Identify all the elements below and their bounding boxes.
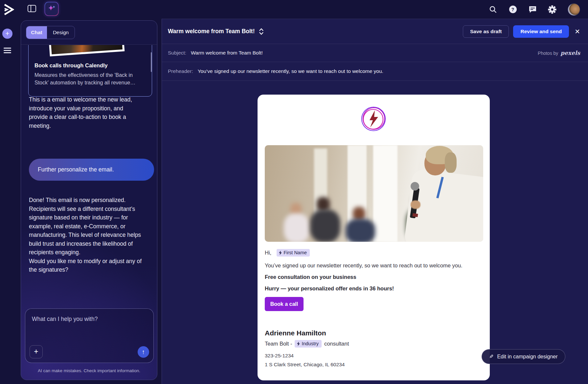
panel-toggle-icon[interactable] [28,5,36,12]
sparkle-icon [47,5,56,13]
automation-thumbnail [48,45,125,56]
user-avatar[interactable] [568,3,580,16]
preheader-value: You’ve signed up our newsletter recently… [198,68,383,74]
hamburger-menu-icon[interactable] [4,48,11,53]
assistant-message: This is a email to welcome the new lead,… [29,95,139,130]
bolt-icon [279,251,282,255]
preheader-row[interactable]: Preheader: You’ve signed up our newslett… [162,62,588,81]
signature-name: Adrienne Hamilton [265,329,326,337]
pexels-logo: pexels [560,50,580,56]
chat-design-tab-group: Chat Design [26,26,75,39]
search-icon[interactable] [489,5,497,14]
chat-bubble-icon[interactable] [528,5,537,14]
pencil-icon: ✎ [489,353,493,360]
attach-plus-button[interactable]: + [30,345,43,358]
greeting-line: Hi, First Name [265,249,310,257]
activecampaign-logo-icon[interactable] [3,4,14,15]
signature-company: Team Bolt - [265,341,292,347]
automation-card-description: Measures the effectiveness of the 'Back … [34,71,146,86]
app: ? [0,0,588,384]
ai-assistant-button[interactable] [45,2,58,16]
team-bolt-logo-icon [360,106,387,132]
email-hero-photo[interactable] [265,145,483,242]
top-bar-actions: ? [489,0,588,19]
photos-credit: Photos by pexels [538,50,580,56]
edit-button-label: Edit in campaign designer [497,354,557,360]
save-as-draft-button[interactable]: Save as draft [463,25,509,38]
chat-panel-header: Chat Design [21,21,157,45]
chat-input-box: + ↑ [25,308,154,363]
email-editor-area: Warm welcome from Team Bolt! Save as dra… [162,19,588,384]
title-switcher-icon[interactable] [259,28,264,35]
subject-row[interactable]: Subject: Warm welcome from Team Bolt! Ph… [162,44,588,62]
email-intro-text: You’ve signed up our newsletter recently… [265,262,463,269]
book-a-call-button[interactable]: Book a call [265,297,304,311]
assistant-message: Done! This email is now personalized. Re… [29,196,146,274]
signature-role: consultant [324,341,349,347]
signature-address: 1 S Clark Street, Chicago, IL 60234 [265,362,345,368]
first-name-tag[interactable]: First Name [277,249,310,257]
review-and-send-button[interactable]: Review and send [513,25,569,38]
close-icon[interactable]: ✕ [575,28,580,35]
bolt-icon [297,342,300,346]
signature-role-line: Team Bolt - Industry consultant [265,340,349,348]
help-icon[interactable]: ? [509,5,517,14]
user-message: Further personalize the email. [29,159,154,181]
photos-by-label: Photos by [538,51,558,56]
industry-tag[interactable]: Industry [295,340,322,348]
gear-icon[interactable] [548,5,556,14]
ai-disclaimer: AI can make mistakes. Check important in… [21,368,157,373]
signature-phone: 323-25-1234 [265,353,294,359]
add-new-button[interactable]: + [2,29,12,39]
top-bar: ? [0,0,588,19]
preheader-label: Preheader: [168,68,193,74]
send-button[interactable]: ↑ [138,346,149,358]
email-title-row: Warm welcome from Team Bolt! Save as dra… [162,19,588,44]
greeting-text: Hi, [265,250,271,256]
ai-chat-panel: Chat Design Book calls through Calendly … [21,20,157,380]
automation-card[interactable]: Book calls through Calendly Measures the… [28,45,152,97]
email-urgency-text: Hurry — your personalized offer ends in … [265,285,394,292]
automation-card-title: Book calls through Calendly [34,62,146,69]
email-title: Warm welcome from Team Bolt! [168,28,255,35]
email-preview-card: Hi, First Name You’ve signed up our news… [258,95,490,380]
subject-label: Subject: [168,50,186,56]
chat-input[interactable] [25,309,153,340]
edit-in-campaign-designer-button[interactable]: ✎ Edit in campaign designer [482,349,565,364]
tab-chat[interactable]: Chat [26,26,47,39]
chat-scrollbar[interactable] [151,52,152,72]
subject-value: Warm welcome from Team Bolt! [191,50,263,56]
tab-design[interactable]: Design [47,26,75,39]
question-glyph: ? [509,6,517,13]
email-offer-text: Free consultation on your business [265,274,356,280]
